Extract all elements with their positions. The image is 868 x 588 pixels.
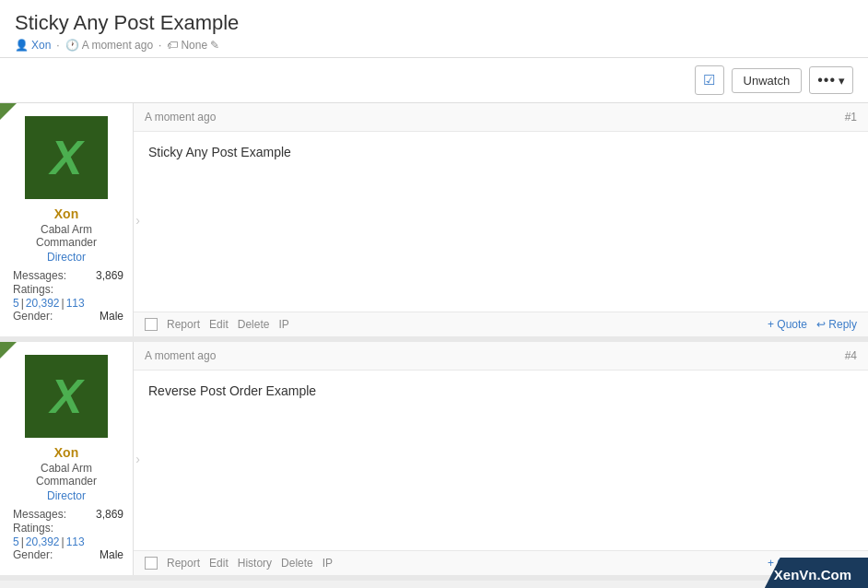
messages-label-4: Messages:: [13, 508, 66, 521]
post-1-edit[interactable]: Edit: [209, 318, 229, 331]
check-icon: ☑: [703, 72, 715, 88]
post-4-delete[interactable]: Delete: [281, 557, 313, 570]
post-1-header: A moment ago #1: [134, 103, 868, 132]
username[interactable]: Xon: [54, 206, 78, 221]
post-4-history[interactable]: History: [238, 557, 272, 570]
post-1-actions-left: Report Edit Delete IP: [145, 318, 289, 331]
post-4-report[interactable]: Report: [167, 557, 200, 570]
meta-author[interactable]: Xon: [31, 39, 51, 52]
post-1: X Xon Cabal Arm Commander Director Messa…: [0, 103, 868, 342]
post-1-checkbox[interactable]: [145, 318, 158, 331]
post-1-ip[interactable]: IP: [278, 318, 288, 331]
tag-icon: 🏷: [167, 39, 178, 52]
page-title: Sticky Any Post Example: [15, 11, 853, 35]
time-meta: 🕐 A moment ago: [65, 39, 153, 52]
more-chevron: ▾: [839, 74, 845, 88]
more-button[interactable]: ••• ▾: [809, 66, 853, 94]
avatar-letter-4: X: [51, 369, 83, 424]
post-1-actions-right: + Quote ↩ Reply: [768, 318, 857, 331]
ratings-label: Ratings:: [13, 283, 53, 296]
ratings-row-4: 5 | 20,392 | 113: [13, 535, 123, 548]
post-4-edit[interactable]: Edit: [209, 557, 229, 570]
post-4-body: Reverse Post Order Example: [134, 370, 868, 550]
post-1-content: A moment ago #1 Sticky Any Post Example …: [134, 103, 868, 336]
gender-label-4: Gender:: [13, 548, 53, 561]
user-title: Cabal Arm Commander: [9, 223, 123, 249]
ratings-row: 5 | 20,392 | 113: [13, 297, 123, 310]
rating-3[interactable]: 113: [66, 297, 85, 310]
post-4-checkbox[interactable]: [145, 557, 158, 570]
posts-container: X Xon Cabal Arm Commander Director Messa…: [0, 103, 868, 581]
avatar-letter: X: [51, 130, 83, 185]
watermark-text: XenVn.Com: [774, 567, 851, 581]
post-4: X Xon Cabal Arm Commander Director Messa…: [0, 342, 868, 581]
unwatch-button[interactable]: Unwatch: [732, 68, 803, 93]
user-role-4[interactable]: Director: [47, 489, 86, 502]
edit-tag-icon[interactable]: ✎: [210, 39, 219, 52]
post-1-body: Sticky Any Post Example: [134, 132, 868, 312]
user-title-4: Cabal Arm Commander: [9, 462, 123, 488]
post-4-text: Reverse Post Order Example: [148, 383, 316, 398]
gender-label: Gender:: [13, 310, 53, 323]
rating-4-3[interactable]: 113: [66, 535, 85, 548]
post-1-quote-button[interactable]: + Quote: [768, 318, 807, 331]
avatar: X: [25, 116, 108, 199]
post-1-reply-button[interactable]: ↩ Reply: [816, 318, 857, 331]
post-1-text: Sticky Any Post Example: [148, 145, 291, 159]
post-4-footer: Report Edit History Delete IP + Quote ↩ …: [134, 550, 868, 575]
post-1-report[interactable]: Report: [167, 318, 200, 331]
post-1-sidebar: X Xon Cabal Arm Commander Director Messa…: [0, 103, 134, 336]
clock-icon: 🕐: [65, 39, 79, 52]
user-stats-4: Messages: 3,869 Ratings: 5 | 20,392 | 11…: [9, 508, 123, 562]
reply-label: ↩ Reply: [816, 318, 857, 331]
rating-2[interactable]: 20,392: [26, 297, 60, 310]
post-4-ip[interactable]: IP: [323, 557, 333, 570]
rating-4-1[interactable]: 5: [13, 535, 19, 548]
gender-value: Male: [100, 310, 123, 323]
post-1-time: A moment ago: [145, 111, 216, 123]
post-4-content: A moment ago #4 Reverse Post Order Examp…: [134, 342, 868, 575]
post-1-delete[interactable]: Delete: [238, 318, 270, 331]
post-4-number: #4: [845, 349, 857, 362]
gender-value-4: Male: [100, 548, 123, 561]
post-4-header: A moment ago #4: [134, 342, 868, 370]
sticky-badge-4: [0, 342, 17, 359]
username-4[interactable]: Xon: [54, 445, 78, 460]
watermark: XenVn.Com: [765, 558, 868, 581]
rating-4-2[interactable]: 20,392: [26, 535, 60, 548]
unwatch-label: Unwatch: [744, 74, 791, 88]
toolbar: ☑ Unwatch ••• ▾: [0, 58, 868, 103]
post-1-footer: Report Edit Delete IP + Quote ↩ Reply: [134, 312, 868, 336]
quote-label: + Quote: [768, 318, 807, 331]
ratings-label-4: Ratings:: [13, 522, 53, 535]
meta-separator-1: ·: [56, 39, 59, 52]
avatar-4: X: [25, 355, 108, 438]
page-meta: 👤 Xon · 🕐 A moment ago · 🏷 None ✎: [15, 39, 853, 52]
user-icon: 👤: [15, 39, 29, 52]
post-1-number: #1: [845, 111, 857, 123]
sticky-badge: [0, 103, 17, 120]
rating-1[interactable]: 5: [13, 297, 19, 310]
meta-separator-2: ·: [158, 39, 161, 52]
messages-value-4: 3,869: [96, 508, 123, 521]
author-meta: 👤 Xon: [15, 39, 51, 52]
post-4-actions-left: Report Edit History Delete IP: [145, 557, 333, 570]
sidebar-chevron: ›: [135, 213, 140, 228]
page-header: Sticky Any Post Example 👤 Xon · 🕐 A mome…: [0, 0, 868, 58]
check-button[interactable]: ☑: [695, 65, 724, 95]
post-4-time: A moment ago: [145, 349, 216, 362]
sidebar-chevron-4: ›: [135, 452, 140, 466]
post-4-sidebar: X Xon Cabal Arm Commander Director Messa…: [0, 342, 134, 575]
messages-label: Messages:: [13, 269, 66, 282]
user-role[interactable]: Director: [47, 251, 86, 264]
meta-time: A moment ago: [82, 39, 153, 52]
meta-tags: None: [181, 39, 207, 52]
more-icon: •••: [817, 72, 836, 88]
user-stats: Messages: 3,869 Ratings: 5 | 20,392 | 11…: [9, 269, 123, 323]
messages-value: 3,869: [96, 269, 123, 282]
tags-meta: 🏷 None ✎: [167, 39, 219, 52]
